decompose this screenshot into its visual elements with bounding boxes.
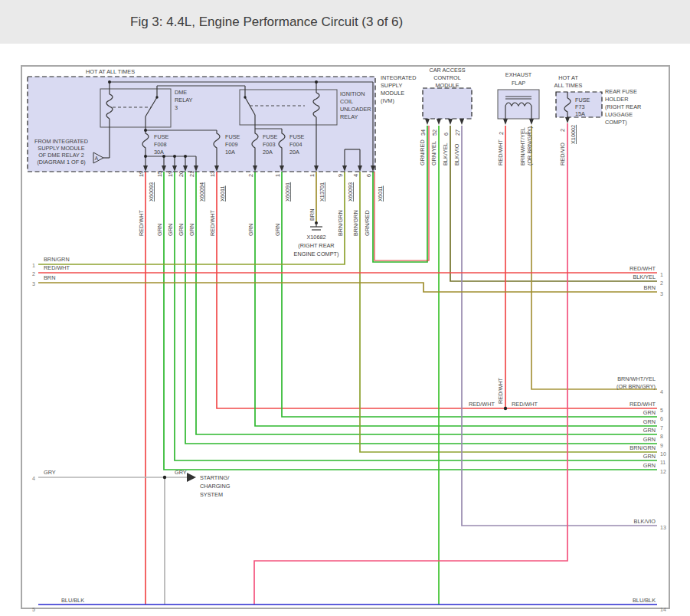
- connector-label: X60091: [284, 182, 291, 202]
- line-number: 1: [660, 272, 663, 277]
- dest-label-3: SYSTEM: [200, 491, 223, 498]
- connector-location-1: (RIGHT REAR: [298, 242, 334, 249]
- pin-number: 15: [156, 171, 163, 177]
- pin-number: 34: [420, 129, 427, 136]
- wire-label-2: (OR BRN/GRY): [616, 383, 656, 390]
- pin-number: 19: [167, 171, 174, 177]
- wire-label: BLK/YEL: [633, 274, 656, 280]
- wire-label: BRN/GRN: [44, 256, 70, 263]
- fuse-id: F009: [225, 141, 238, 148]
- ivm-label-4: (IVM): [381, 97, 394, 104]
- junction-dot: [144, 129, 147, 132]
- ivm-hot-label: HOT AT ALL TIMES: [86, 68, 135, 75]
- junction-dot: [162, 155, 165, 158]
- fuse-label: FUSE: [154, 133, 169, 140]
- ign-relay-label-3: UNLOADER: [340, 106, 371, 113]
- pin-number: 1: [274, 174, 281, 177]
- pin-number: 20: [178, 171, 185, 177]
- wire-label: BLU/BLK: [61, 597, 84, 604]
- line-number: 5: [660, 408, 663, 413]
- wire-color-label: GRN/YEL: [430, 141, 437, 165]
- pin-number: 21: [188, 171, 195, 177]
- line-number: 10: [660, 451, 666, 457]
- wire-color-label: GRN: [178, 224, 185, 236]
- connector-name: X10682: [306, 234, 325, 241]
- line-number: 3: [32, 281, 35, 287]
- wire-color-label: GRN/RED: [419, 139, 426, 165]
- from-label-4: (DIAGRAM 1 OF 6): [37, 159, 85, 165]
- pin-number: 52: [431, 129, 438, 136]
- line-number: 5: [32, 607, 35, 612]
- connector-label: X60093: [347, 182, 354, 202]
- line-number: 3: [660, 291, 663, 297]
- line-number: 9: [660, 443, 663, 448]
- fuse-amps: 20A: [263, 149, 273, 156]
- connector-label: X60094: [198, 182, 205, 202]
- exhaust-flap-box: [498, 90, 539, 119]
- pin-number: 2: [498, 132, 505, 135]
- wire-label: GRN: [643, 409, 656, 416]
- wire-label: RED/WHT: [44, 264, 70, 271]
- connector-label: X60093: [148, 182, 155, 202]
- line-number: 6: [660, 416, 663, 421]
- wire-label: RED/WHT: [630, 401, 656, 408]
- wire-color-label: (OR BRN/GRY): [526, 126, 533, 165]
- dest-label-2: CHARGING: [200, 483, 231, 490]
- hot-label-2: ALL TIMES: [554, 82, 583, 89]
- fuse-id: F73: [575, 103, 585, 110]
- junction-dot: [184, 155, 187, 158]
- holder-label-3: (RIGHT REAR: [605, 103, 641, 110]
- holder-label-4: LUGGAGE: [605, 111, 633, 118]
- ign-relay-label-2: COIL: [340, 98, 353, 105]
- wire-label: GRN: [643, 453, 656, 460]
- junction-dot: [504, 407, 507, 410]
- wire-color-label: GRN: [188, 224, 195, 236]
- from-label-1: FROM INTEGRATED: [34, 138, 88, 145]
- line-number: 7: [660, 425, 663, 431]
- line-number: 12: [660, 469, 666, 474]
- gry-label-right: GRY: [175, 469, 187, 476]
- dme-relay-label-2: RELAY: [175, 97, 193, 103]
- dme-relay-label-3: 3: [175, 104, 178, 111]
- line-number: 4: [32, 476, 35, 481]
- pin-number: 6: [365, 174, 372, 177]
- line-number: 2: [660, 280, 663, 286]
- module-title-2: CONTROL: [433, 74, 461, 81]
- line-number: 13: [660, 525, 666, 530]
- junction-dot: [163, 476, 166, 479]
- holder-label-2: HOLDER: [605, 96, 628, 103]
- wire-label: BRN: [644, 284, 656, 291]
- wire-color-label: RED/VIO: [559, 143, 566, 165]
- wire-color-label: RED/WHT: [497, 377, 504, 404]
- connector-label: X10002: [570, 125, 577, 144]
- wire-color-label: BRN/GRN: [337, 210, 344, 236]
- dme-relay-label-1: DME: [175, 89, 187, 96]
- ivm-label-3: MODULE: [381, 90, 404, 97]
- connector-label: X6011: [219, 185, 226, 202]
- junction-dot: [315, 80, 318, 84]
- holder-label-1: REAR FUSE: [605, 88, 637, 95]
- line-number: 2: [32, 271, 35, 277]
- gry-label-left: GRY: [44, 469, 56, 476]
- wire-label: GRN: [643, 418, 656, 425]
- pin-number: 6: [443, 133, 450, 136]
- module-title-1: EXHAUST: [505, 71, 532, 78]
- wire-label: GRN: [643, 462, 656, 469]
- fuse-label: FUSE: [225, 133, 240, 140]
- pin-number: 1: [309, 174, 316, 177]
- ign-relay-label-4: RELAY: [340, 113, 358, 120]
- car-access-box: [423, 88, 472, 119]
- holder-label-5: COMPT): [605, 119, 627, 126]
- dest-label-1: STARTING/: [200, 474, 230, 481]
- pin-number: 13: [209, 171, 216, 177]
- wire-color-label: RED/WHT: [497, 139, 504, 165]
- wire-label: GRN: [643, 427, 656, 434]
- wire-label: BRN: [44, 274, 55, 281]
- fuse-id: F004: [289, 141, 302, 148]
- ivm-label-1: INTEGRATED: [381, 74, 417, 81]
- pin-number: 2: [559, 129, 566, 132]
- ign-relay-box: [240, 90, 337, 125]
- line-number: 14: [660, 607, 666, 612]
- wire-label: RED/WHT: [512, 401, 538, 408]
- connector-label: X6011: [377, 185, 384, 202]
